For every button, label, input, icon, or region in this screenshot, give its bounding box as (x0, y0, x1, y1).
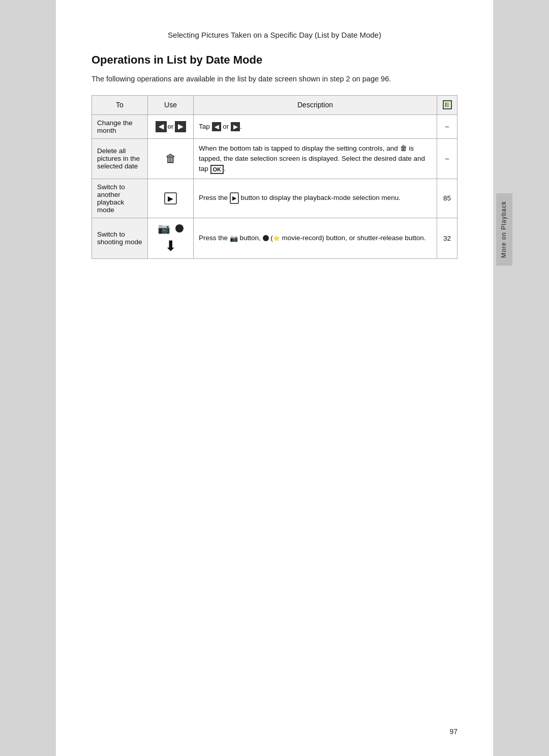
inline-trash-icon: 🗑 (400, 144, 407, 152)
inline-left-arrow: ◀ (212, 122, 221, 131)
row-use-delete: 🗑 (148, 138, 194, 179)
trash-icon: 🗑 (153, 152, 188, 165)
inline-playback-icon: ▶ (230, 192, 239, 204)
operations-table: To Use Description 📗 Change the month ◀ (92, 95, 458, 259)
row-to-shooting: Switch to shooting mode (92, 218, 148, 258)
row-ref-delete: – (437, 138, 458, 179)
inline-circle-icon (263, 235, 269, 241)
header-ref: 📗 (437, 95, 458, 114)
row-desc-change-month: Tap ◀ or ▶. (194, 114, 437, 138)
left-arrow-btn: ◀ (156, 121, 167, 132)
inline-right-arrow: ▶ (231, 122, 240, 131)
row-use-change-month: ◀ or ▶ (148, 114, 194, 138)
row-ref-shooting: 32 (437, 218, 458, 258)
row-to-playback: Switch to another playback mode (92, 179, 148, 218)
left-right-arrows: ◀ or ▶ (156, 121, 186, 132)
shooting-icons: 📷 ⬇ (153, 222, 188, 254)
movie-record-text: ⭐ (273, 235, 280, 241)
page-number: 97 (449, 728, 458, 736)
row-to-change-month: Change the month (92, 114, 148, 138)
page-container: Selecting Pictures Taken on a Specific D… (56, 0, 493, 756)
camera-circle-row: 📷 (158, 222, 184, 235)
or-label: or (168, 123, 174, 130)
header-description: Description (194, 95, 437, 114)
table-row: Switch to shooting mode 📷 ⬇ Press th (92, 218, 458, 258)
row-use-playback: ▶ (148, 179, 194, 218)
row-use-shooting: 📷 ⬇ (148, 218, 194, 258)
table-row: Change the month ◀ or ▶ Tap ◀ or ▶. – (92, 114, 458, 138)
camera-icon: 📷 (158, 222, 170, 235)
header-use: Use (148, 95, 194, 114)
table-row: Delete all pictures in the selected date… (92, 138, 458, 179)
book-icon: 📗 (443, 100, 452, 109)
circle-bullet-icon (175, 224, 184, 232)
table-row: Switch to another playback mode ▶ Press … (92, 179, 458, 218)
ok-badge: OK (210, 165, 224, 174)
row-to-delete: Delete all pictures in the selected date (92, 138, 148, 179)
shutter-down-icon: ⬇ (165, 238, 176, 254)
playback-button-icon: ▶ (164, 192, 177, 205)
row-desc-delete: When the bottom tab is tapped to display… (194, 138, 437, 179)
row-ref-playback: 85 (437, 179, 458, 218)
top-title: Selecting Pictures Taken on a Specific D… (92, 31, 458, 39)
inline-camera-icon: 📷 (230, 235, 238, 242)
row-ref-change-month: – (437, 114, 458, 138)
row-desc-shooting: Press the 📷 button, (⭐ movie-record) but… (194, 218, 437, 258)
section-title: Operations in List by Date Mode (92, 53, 458, 67)
row-desc-playback: Press the ▶ button to display the playba… (194, 179, 437, 218)
side-tab: More on Playback (496, 193, 512, 266)
intro-text: The following operations are available i… (92, 74, 458, 85)
header-to: To (92, 95, 148, 114)
right-arrow-btn: ▶ (175, 121, 186, 132)
